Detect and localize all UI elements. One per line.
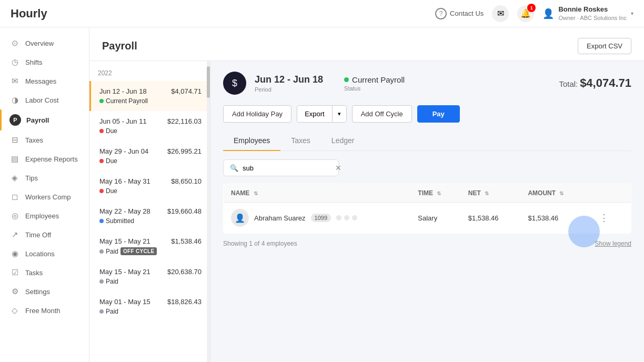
payroll-icon: P	[9, 114, 21, 126]
payroll-item-dates: May 22 - May 28	[99, 207, 150, 215]
sidebar-item-workers-comp[interactable]: ◻Workers Comp	[0, 187, 89, 206]
sidebar-item-payroll[interactable]: PPayroll	[0, 109, 89, 130]
export-dropdown-button[interactable]: ▾	[332, 106, 346, 122]
taxes-icon: ⊟	[9, 135, 20, 145]
status-text: Paid	[106, 308, 118, 315]
table-row: 👤 Abraham Suarez 1099 Salary$1,538.46$1,…	[224, 203, 631, 234]
sidebar-item-taxes[interactable]: ⊟Taxes	[0, 130, 89, 149]
status-text: Submitted	[106, 217, 134, 225]
sidebar-label-settings: Settings	[25, 288, 50, 296]
payroll-item-dates: May 16 - May 31	[99, 177, 150, 185]
sort-name-icon[interactable]: ⇅	[254, 190, 258, 196]
payroll-list-item[interactable]: May 15 - May 21$20,638.70Paid	[89, 262, 210, 291]
payroll-item-amount: $22,116.03	[167, 117, 202, 125]
tab-taxes[interactable]: Taxes	[280, 131, 321, 151]
sidebar-item-tips[interactable]: ◈Tips	[0, 168, 89, 187]
sort-net-icon[interactable]: ⇅	[485, 190, 489, 196]
detail-footer: Showing 1 of 4 employees Show legend	[223, 234, 631, 254]
status-text: Paid	[106, 278, 118, 285]
sidebar-label-overview: Overview	[25, 39, 54, 47]
sort-amount-icon[interactable]: ⇅	[559, 190, 564, 196]
scrollbar-thumb[interactable]	[207, 66, 210, 98]
user-name: Bonnie Roskes	[558, 5, 627, 14]
payroll-item-amount: $8,650.10	[171, 177, 202, 185]
tab-ledger[interactable]: Ledger	[321, 131, 365, 151]
time-off-icon: ↗	[9, 230, 20, 239]
employees-icon: ◎	[9, 211, 20, 220]
contact-label: Contact Us	[450, 9, 484, 17]
payroll-list-item[interactable]: May 16 - May 31$8,650.10Due	[89, 171, 210, 201]
row-more-button[interactable]: ⋮	[595, 210, 613, 226]
payroll-list-item[interactable]: Jun 12 - Jun 18$4,074.71Current Payroll	[89, 81, 210, 111]
payroll-item-amount: $4,074.71	[171, 87, 202, 95]
status-dot	[99, 249, 104, 254]
export-button[interactable]: Export	[297, 106, 332, 122]
sort-time-icon[interactable]: ⇅	[437, 190, 441, 196]
status-text: Current Payroll	[352, 75, 405, 84]
user-details: Bonnie Roskes Owner · ABC Solutions Inc	[558, 5, 627, 22]
contact-us-button[interactable]: ? Contact Us	[435, 8, 484, 19]
sidebar-item-labor-cost[interactable]: ◑Labor Cost	[0, 91, 89, 109]
status-dot	[99, 309, 104, 314]
sidebar-item-messages[interactable]: ✉Messages	[0, 72, 89, 91]
payroll-list-item[interactable]: Jun 05 - Jun 11$22,116.03Due	[89, 111, 210, 141]
export-csv-button[interactable]: Export CSV	[578, 38, 631, 54]
employee-name-cell: 👤 Abraham Suarez 1099	[231, 209, 403, 227]
sidebar-item-tasks[interactable]: ☑Tasks	[0, 263, 89, 282]
main-layout: ⊙Overview◷Shifts✉Messages◑Labor CostPPay…	[0, 27, 644, 362]
status-text: Paid	[106, 248, 118, 255]
detail-top: $ Jun 12 - Jun 18 Period Current Payroll…	[223, 72, 631, 95]
show-legend-link[interactable]: Show legend	[595, 240, 631, 247]
sidebar-label-payroll: Payroll	[26, 116, 49, 124]
notification-badge: 1	[527, 4, 536, 12]
action-buttons: Add Holiday Pay Export ▾ Add Off Cycle P…	[223, 105, 631, 123]
sidebar-item-settings[interactable]: ⚙Settings	[0, 282, 89, 301]
export-split: Export ▾	[297, 105, 347, 123]
user-icon: 👤	[542, 8, 554, 19]
user-menu[interactable]: 👤 Bonnie Roskes Owner · ABC Solutions In…	[542, 5, 633, 22]
showing-count: Showing 1 of 4 employees	[223, 240, 297, 247]
total-amount: $4,074.71	[580, 76, 631, 89]
messages-button[interactable]: ✉	[492, 5, 509, 22]
status-dot	[99, 219, 104, 223]
sidebar-item-overview[interactable]: ⊙Overview	[0, 34, 89, 53]
payroll-item-dates: May 15 - May 21	[99, 237, 150, 245]
pay-button[interactable]: Pay	[417, 105, 460, 123]
search-icon: 🔍	[230, 164, 238, 172]
off-cycle-badge: OFF CYCLE	[120, 247, 157, 255]
payroll-year: 2022	[89, 65, 210, 81]
add-holiday-pay-button[interactable]: Add Holiday Pay	[223, 105, 291, 123]
status-dot-green	[344, 77, 349, 82]
payroll-item-amount: $20,638.70	[167, 268, 202, 276]
status-text: Current Payroll	[106, 97, 148, 105]
app-logo: Hourly	[11, 7, 47, 21]
payroll-list-item[interactable]: May 29 - Jun 04$26,995.21Due	[89, 141, 210, 171]
status-dot-3	[352, 215, 357, 220]
scrollbar-track[interactable]	[207, 61, 210, 362]
overview-icon: ⊙	[9, 38, 20, 48]
status-dot	[99, 129, 104, 133]
payroll-list-item[interactable]: May 15 - May 21$1,538.46PaidOFF CYCLE	[89, 231, 210, 262]
sidebar-item-time-off[interactable]: ↗Time Off	[0, 225, 89, 244]
total-label: Total:	[559, 79, 578, 88]
sidebar-item-shifts[interactable]: ◷Shifts	[0, 53, 89, 72]
sidebar-item-expense-reports[interactable]: ▤Expense Reports	[0, 149, 89, 168]
status-text: Due	[106, 157, 117, 165]
period-info: $ Jun 12 - Jun 18 Period Current Payroll…	[223, 72, 405, 95]
sidebar-item-locations[interactable]: ◉Locations	[0, 244, 89, 263]
sidebar-item-free-month[interactable]: ◇Free Month	[0, 301, 89, 320]
search-input[interactable]	[243, 164, 331, 172]
search-clear-button[interactable]: ✕	[335, 164, 341, 172]
payroll-list-item[interactable]: May 22 - May 28$19,660.48Submitted	[89, 201, 210, 231]
sidebar-label-messages: Messages	[25, 77, 56, 85]
sidebar-item-employees[interactable]: ◎Employees	[0, 206, 89, 225]
col-actions	[588, 184, 631, 203]
workers-comp-icon: ◻	[9, 192, 20, 202]
add-off-cycle-button[interactable]: Add Off Cycle	[352, 105, 412, 123]
notifications-button[interactable]: 🔔 1	[517, 5, 534, 22]
col-time: TIME ⇅	[410, 184, 460, 203]
tab-employees[interactable]: Employees	[223, 131, 280, 151]
col-net: NET ⇅	[461, 184, 521, 203]
status-block: Current Payroll Status	[344, 75, 405, 92]
payroll-list-item[interactable]: May 01 - May 15$18,826.43Paid	[89, 291, 210, 321]
